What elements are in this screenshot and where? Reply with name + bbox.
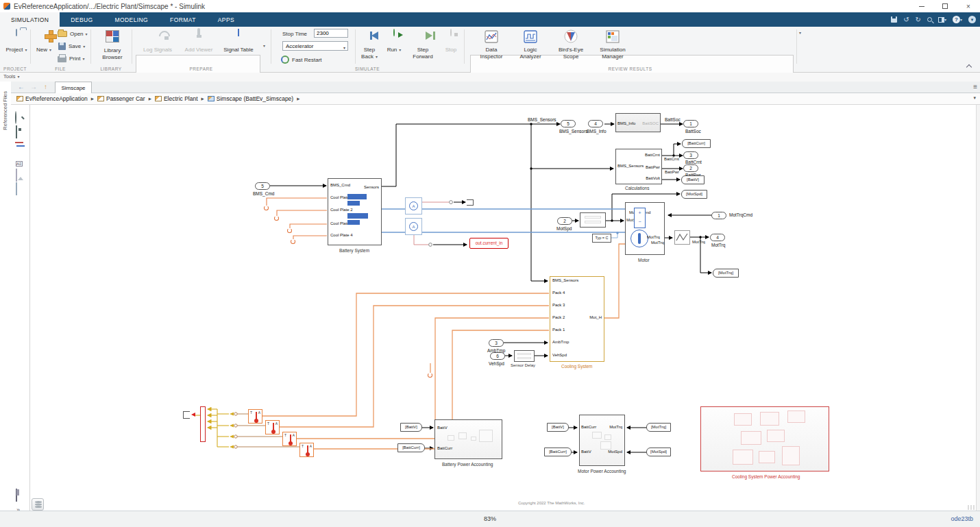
back-icon[interactable]: ← [18,83,25,91]
outport-battpwr[interactable]: 2 [683,164,698,172]
tools-menu[interactable]: Tools [3,73,20,79]
model-data-button[interactable] [32,498,44,511]
stop-button[interactable]: Stop [440,29,462,53]
area-box-icon[interactable] [14,183,26,195]
inport-bms-info[interactable]: 4 [588,120,603,127]
goto-tag-mottrq[interactable]: [MotTrq] [713,269,739,278]
terminator-block[interactable] [467,199,474,206]
mux-block[interactable] [200,406,206,442]
inport-mottrqcmd[interactable]: 1 [711,212,726,219]
inport-bms-cmd[interactable]: 5 [255,182,270,190]
forward-icon[interactable]: → [30,83,37,91]
print-button[interactable]: Print [58,54,84,62]
annotation-icon[interactable]: A≡ [14,156,26,167]
breadcrumb-item-electric-plant[interactable]: Electric Plant [155,95,208,102]
unconnected-port-hook[interactable] [274,216,279,221]
typ-constant-block[interactable]: Typ = C [592,234,611,243]
image-icon[interactable] [14,169,26,181]
goto-tag-motspd[interactable]: [MotSpd] [681,190,707,199]
step-forward-button[interactable]: Step Forward [409,29,437,60]
goto-tag-battv[interactable]: [BattV] [681,175,705,184]
outport-battcrnt[interactable]: 3 [683,151,698,159]
birds-eye-scope-button[interactable]: Bird's-Eye Scope [552,29,589,60]
layout-icon[interactable]: ▾ [938,17,946,23]
outport-bms-sensors[interactable]: 5 [561,120,576,127]
review-overflow-button[interactable]: ▾ [799,30,801,35]
prepare-overflow-button[interactable]: ▾ [263,43,265,48]
options-icon[interactable]: ▾ [968,16,976,23]
redo-icon[interactable]: ↻ [916,16,921,23]
tab-modeling[interactable]: MODELING [104,12,160,27]
from-tag-battv[interactable]: [BattV] [547,423,569,432]
from-tag-motspd[interactable]: [MotSpd] [646,448,671,456]
signal-label[interactable]: MotTrq [692,240,705,244]
model-browser-icon[interactable] [14,489,26,501]
signal-table-button[interactable]: Signal Table [219,29,258,53]
breadcrumb-item-simscape[interactable]: Simscape (BattEv_Simscape) [208,95,304,102]
unconnected-port-hook[interactable] [287,228,292,233]
library-browser-button[interactable]: Library Browser [96,29,129,60]
fast-restart-button[interactable]: Fast Restart [281,56,322,64]
help-icon[interactable]: ?▾ [953,16,962,23]
close-button[interactable]: × [957,0,980,12]
maximize-button[interactable] [933,0,957,12]
signal-label[interactable]: BattPwr [665,170,679,174]
save-icon[interactable] [891,16,897,23]
inport-motspd[interactable]: 2 [557,217,572,225]
current-sensor-block[interactable]: A [405,197,422,215]
simulation-manager-button[interactable]: Simulation Manager [593,29,632,60]
temperature-sensor-block[interactable]: TA [265,420,280,434]
breadcrumb-item-model[interactable]: EvReferenceApplication [16,95,97,102]
save-button[interactable]: Save [58,42,85,50]
from-tag-battcurr[interactable]: [BattCurr] [544,448,572,456]
temperature-sensor-block[interactable]: TA [248,409,262,424]
undo-icon[interactable]: ↺ [903,16,909,23]
motor-power-accounting-block[interactable] [579,415,625,466]
tab-debug[interactable]: DEBUG [60,12,103,27]
logic-analyzer-button[interactable]: Logic Analyzer [513,29,548,60]
collapse-ribbon-icon[interactable] [966,63,972,69]
project-button[interactable]: Project [3,29,30,53]
tab-list-icon[interactable]: ≡ [973,83,977,90]
from-tag-battv[interactable]: [BattV] [400,423,422,432]
tab-simulation[interactable]: SIMULATION [0,12,60,27]
minimize-button[interactable] [910,0,933,12]
sensor-delay-block[interactable] [514,350,535,362]
inport-ambtmp[interactable]: 3 [489,339,504,347]
outport-battsoc[interactable]: 1 [683,120,698,127]
outport-mottrq[interactable]: 4 [710,234,725,241]
stop-time-input[interactable] [314,29,348,38]
signal-label[interactable]: BMS_Sensors [528,117,556,122]
goto-tag-battcurr[interactable]: [BattCurr] [682,139,711,148]
unconnected-port-hook[interactable] [264,206,269,210]
signal-label[interactable]: BattCrnt [664,157,679,161]
zoom-icon[interactable] [14,112,26,123]
error-block-out-current[interactable]: out.current_in [469,238,509,249]
log-signals-button[interactable]: Log Signals [138,29,177,53]
cooling-power-accounting-block[interactable] [700,406,829,471]
signal-routing-icon[interactable] [14,141,26,153]
breadcrumb-item-passenger-car[interactable]: Passenger Car [97,95,155,102]
temperature-sensor-block[interactable]: TA [282,432,297,446]
scope-block[interactable] [674,230,690,245]
from-tag-battcurr[interactable]: [BattCurr] [397,443,425,452]
add-viewer-button[interactable]: Add Viewer [180,29,218,53]
tab-format[interactable]: FORMAT [159,12,207,27]
up-to-parent-icon[interactable]: ↑ [44,83,47,91]
unconnected-port-hook[interactable] [428,373,432,378]
tab-apps[interactable]: APPS [207,12,245,27]
unconnected-port-hook[interactable] [291,239,295,244]
search-icon[interactable] [927,17,932,22]
simulation-mode-select[interactable]: Accelerator [282,41,348,51]
temperature-sensor-block[interactable]: TA [299,443,314,457]
solver-name[interactable]: ode23tb [951,515,973,522]
document-tab-simscape[interactable]: Simscape [55,82,92,93]
open-button[interactable]: Open [58,31,88,37]
screenshot-icon[interactable] [14,477,26,489]
vertical-scrollbar[interactable] [976,105,980,511]
new-button[interactable]: New [32,29,56,53]
signal-label[interactable]: MotTrq [651,241,664,245]
step-back-button[interactable]: Step Back [358,29,381,60]
breadcrumb-dropdown-icon[interactable]: ▾ [973,95,976,101]
data-inspector-button[interactable]: Data Inspector [474,29,509,60]
